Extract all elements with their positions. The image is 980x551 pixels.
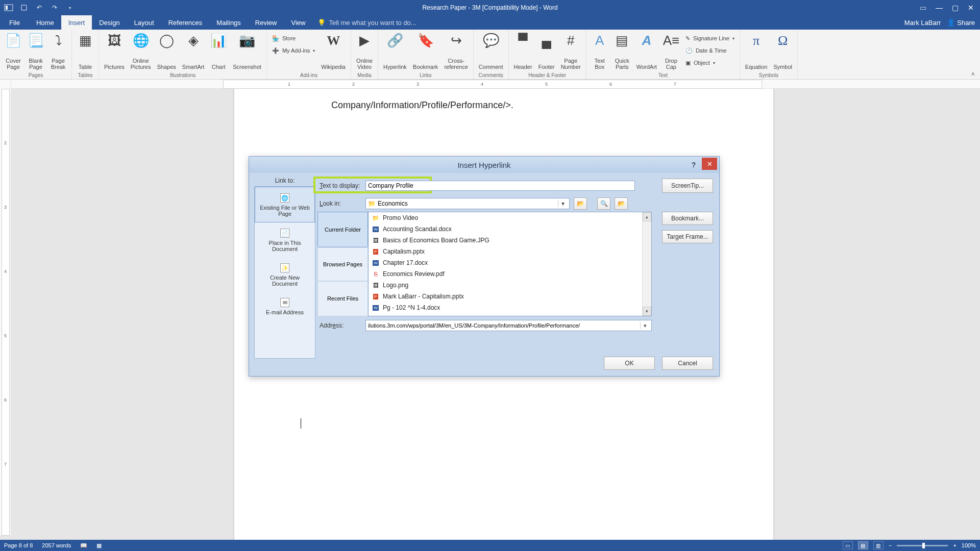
linkto-place-in-doc[interactable]: 📄Place in This Document [255, 222, 315, 257]
chart-button[interactable]: 📊Chart [207, 31, 230, 71]
page-number-button[interactable]: #PageNumber [558, 31, 584, 71]
file-item[interactable]: PMark LaBarr - Capitalism.pptx [369, 291, 651, 302]
screentip-button[interactable]: ScreenTip... [662, 179, 713, 193]
undo-icon[interactable]: ↶ [35, 3, 44, 12]
datetime-button[interactable]: 🕐Date & Time [685, 45, 734, 56]
subtab-recent-files[interactable]: Recent Files [318, 281, 368, 316]
file-item[interactable]: PCapitalism.pptx [369, 246, 651, 257]
zoom-slider[interactable] [897, 545, 948, 546]
vertical-ruler[interactable]: 234567 [2, 89, 10, 536]
crossref-button[interactable]: ↪Cross-reference [441, 31, 471, 71]
tab-review[interactable]: Review [248, 15, 284, 30]
redo-icon[interactable]: ↷ [50, 3, 59, 12]
target-frame-button[interactable]: Target Frame... [662, 230, 713, 243]
subtab-current-folder[interactable]: Current Folder [318, 212, 368, 247]
file-item[interactable]: 📁Promo Video [369, 212, 651, 223]
ribbon-display-icon[interactable]: ▭ [920, 4, 926, 12]
zoom-level[interactable]: 100% [962, 542, 976, 548]
bookmark-button[interactable]: 🔖Bookmark [410, 31, 442, 71]
address-input[interactable]: ilutions.3m.com/wps/portal/3M/en_US/3M-C… [365, 320, 652, 331]
scroll-down-button[interactable]: ▾ [643, 307, 651, 316]
header-button[interactable]: ▀Header [511, 31, 535, 71]
view-print-layout[interactable]: ▤ [858, 541, 868, 549]
zoom-in-button[interactable]: + [953, 542, 956, 548]
screenshot-button[interactable]: 📷Screenshot [230, 31, 264, 71]
bookmark-label: Bookmark [413, 64, 438, 70]
file-item[interactable]: 🖼Basics of Economics Board Game.JPG [369, 235, 651, 246]
status-words[interactable]: 2057 words [42, 542, 71, 548]
scroll-up-button[interactable]: ▴ [643, 212, 651, 221]
maximize-icon[interactable]: ▢ [952, 4, 959, 12]
tab-view[interactable]: View [284, 15, 312, 30]
footer-button[interactable]: ▄Footer [535, 31, 558, 71]
smartart-button[interactable]: ◈SmartArt [179, 31, 207, 71]
store-button[interactable]: 🏪Store [272, 33, 315, 44]
file-item[interactable]: WChapter 17.docx [369, 257, 651, 268]
tab-layout[interactable]: Layout [127, 15, 161, 30]
online-video-button[interactable]: ▶OnlineVideo [353, 31, 376, 71]
file-item[interactable]: WPg - 102 ^N 1-4.docx [369, 302, 651, 313]
file-item[interactable]: 🖼Logo.png [369, 280, 651, 291]
blank-page-button[interactable]: 📃BlankPage [24, 31, 47, 71]
cancel-button[interactable]: Cancel [662, 357, 713, 370]
tab-home[interactable]: Home [29, 15, 61, 30]
myaddins-button[interactable]: ➕My Add-ins▾ [272, 45, 315, 56]
subtab-browsed-pages[interactable]: Browsed Pages [318, 247, 368, 282]
equation-button[interactable]: πEquation [742, 31, 770, 71]
file-list-scrollbar[interactable]: ▴ ▾ [642, 212, 651, 316]
tab-file[interactable]: File [0, 15, 29, 30]
dropcap-button[interactable]: A≡DropCap [660, 31, 682, 71]
tell-me-search[interactable]: 💡 Tell me what you want to do... [317, 15, 416, 30]
browse-web-button[interactable]: 🔍 [597, 197, 610, 210]
page-break-button[interactable]: ⤵PageBreak [47, 31, 69, 71]
wikipedia-button[interactable]: WWikipedia [318, 31, 349, 71]
bookmark-dialog-button[interactable]: Bookmark... [662, 212, 713, 225]
ok-button[interactable]: OK [604, 357, 655, 370]
file-list[interactable]: 📁Promo VideoWAccounting Scandal.docx🖼Bas… [368, 212, 652, 316]
view-web-layout[interactable]: ▥ [873, 541, 884, 549]
shapes-button[interactable]: ◯Shapes [154, 31, 179, 71]
status-macros-icon[interactable]: ▦ [96, 542, 102, 549]
collapse-ribbon-icon[interactable]: ʌ [971, 70, 975, 77]
tab-insert[interactable]: Insert [61, 15, 92, 30]
zoom-out-button[interactable]: − [889, 542, 892, 548]
tab-mailings[interactable]: Mailings [209, 15, 248, 30]
file-item[interactable]: WAccounting Scandal.docx [369, 223, 651, 235]
lookin-label: Look in: [320, 200, 341, 207]
file-icon: 🖼 [372, 282, 380, 289]
status-proofing-icon[interactable]: 📖 [80, 542, 87, 549]
view-read-mode[interactable]: ▭ [843, 541, 853, 549]
comment-button[interactable]: 💬Comment [476, 31, 506, 71]
symbol-button[interactable]: ΩSymbol [770, 31, 795, 71]
linkto-email[interactable]: ✉E-mail Address [255, 292, 315, 320]
save-icon[interactable] [19, 3, 29, 12]
tab-references[interactable]: References [161, 15, 209, 30]
linkto-create-new[interactable]: ✨Create New Document [255, 257, 315, 292]
linkto-existing-file[interactable]: 🌐Existing File or Web Page [255, 187, 315, 222]
object-button[interactable]: ▣Object▾ [685, 57, 734, 68]
dialog-help-button[interactable]: ? [688, 159, 700, 170]
lookin-dropdown[interactable]: 📁 Economics ▾ [365, 198, 570, 209]
status-page[interactable]: Page 8 of 8 [4, 542, 33, 548]
horizontal-ruler[interactable]: 1 2 3 4 5 6 7 [223, 80, 762, 89]
cover-page-button[interactable]: 📄CoverPage [2, 31, 24, 71]
share-button[interactable]: 👤 Share [947, 19, 975, 27]
browse-file-button[interactable]: 📂 [615, 197, 628, 210]
tab-design[interactable]: Design [92, 15, 127, 30]
textbox-button[interactable]: ATextBox [589, 31, 611, 71]
wordart-button[interactable]: AWordArt [633, 31, 660, 71]
up-folder-button[interactable]: 📂 [574, 197, 587, 210]
file-item[interactable]: ⎘Economics Review.pdf [369, 268, 651, 280]
close-window-icon[interactable]: ✕ [968, 4, 974, 12]
user-name[interactable]: Mark LaBarr [904, 19, 941, 27]
text-to-display-input[interactable] [365, 181, 635, 191]
table-button[interactable]: ▦Table [74, 31, 96, 71]
hyperlink-button[interactable]: 🔗Hyperlink [380, 31, 410, 71]
qat-customize-icon[interactable]: ▾ [65, 3, 75, 12]
pictures-button[interactable]: 🖼Pictures [101, 31, 128, 71]
minimize-icon[interactable]: — [936, 4, 943, 12]
online-pictures-button[interactable]: 🌐OnlinePictures [128, 31, 154, 71]
dialog-close-button[interactable]: ✕ [702, 158, 717, 170]
signature-line-button[interactable]: ✎Signature Line▾ [685, 33, 734, 44]
quickparts-button[interactable]: ▤QuickParts [611, 31, 633, 71]
